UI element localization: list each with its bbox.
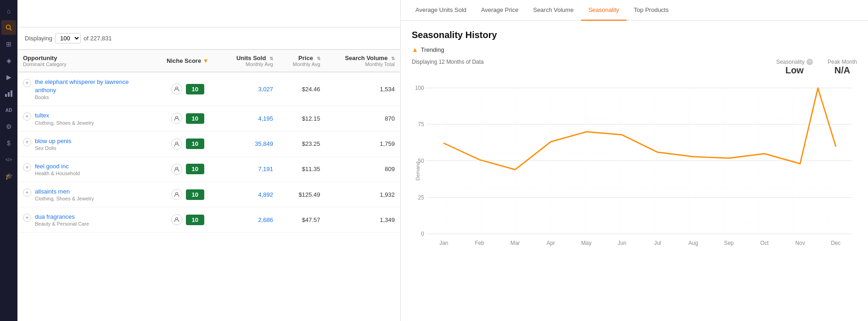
table-row: + tultex Clothing, Shoes & Jewelry [17, 106, 400, 131]
units-sold-cell: 2,686 [220, 207, 279, 232]
code-icon[interactable]: </> [1, 152, 16, 167]
expand-button[interactable]: + [23, 188, 31, 197]
expand-button[interactable]: + [23, 163, 31, 172]
opportunity-cell: + allsaints men Clothing, Shoes & Jewelr… [17, 182, 155, 207]
price-cell: $23.25 [279, 131, 326, 156]
svg-text:May: May [581, 240, 591, 246]
table-row: + the elephant whisperer by lawrence ant… [17, 72, 400, 106]
product-name[interactable]: the elephant whisperer by lawrence antho… [35, 78, 150, 94]
price-header[interactable]: Price ⇅ Monthly Avg [279, 50, 326, 72]
units-sold-value: 2,686 [258, 216, 273, 223]
search-volume-cell: 870 [326, 106, 400, 131]
tab-average-units-sold[interactable]: Average Units Sold [408, 0, 474, 21]
peak-month-meta: Peak Month N/A [828, 59, 857, 76]
product-name[interactable]: allsaints men [35, 188, 94, 196]
per-page-select[interactable]: 100 50 25 [55, 33, 81, 44]
niche-score-cell: 10 [155, 156, 220, 182]
seasonality-chart: 100 75 50 25 0 Jan Feb Mar Apr M [412, 83, 857, 257]
search-volume-header[interactable]: Search Volume ⇅ Monthly Total [326, 50, 400, 72]
svg-text:Sep: Sep [724, 240, 734, 246]
results-table: Opportunity Dominant Category Niche Scor… [17, 50, 400, 232]
trending-badge: ▲ Trending [412, 46, 857, 53]
displaying-months: Displaying 12 Months of Data [412, 59, 484, 65]
competitor-icon [171, 164, 182, 175]
expand-button[interactable]: + [23, 138, 31, 146]
search-icon[interactable] [1, 20, 16, 35]
svg-text:Oct: Oct [760, 240, 769, 246]
megaphone-icon[interactable]: ▶ [1, 70, 16, 84]
demand-label: Demand [415, 161, 420, 181]
right-content: Seasonality History ▲ Trending Displayin… [401, 21, 868, 321]
seasonality-label: Seasonality ? [776, 59, 813, 65]
peak-month-value: N/A [828, 65, 857, 76]
grid-icon[interactable]: ⊞ [1, 37, 16, 51]
svg-text:Aug: Aug [689, 240, 698, 246]
price-value: $125.49 [299, 191, 320, 198]
product-name[interactable]: tultex [35, 111, 94, 120]
units-sold-cell: 4,892 [220, 182, 279, 207]
ad-icon[interactable]: AD [1, 103, 16, 117]
top-bar [17, 0, 400, 28]
price-cell: $24.46 [279, 72, 326, 106]
tab-top-products[interactable]: Top Products [627, 0, 676, 21]
product-category: Clothing, Shoes & Jewelry [35, 196, 94, 201]
total-count: of 227,831 [84, 35, 112, 42]
price-value: $24.46 [302, 86, 320, 93]
search-volume-cell: 1,349 [326, 207, 400, 232]
svg-rect-3 [8, 92, 10, 97]
search-volume-value: 1,759 [380, 140, 395, 147]
svg-text:Jul: Jul [654, 240, 661, 246]
dollar-icon[interactable]: $ [1, 136, 16, 150]
niche-badge: 10 [186, 113, 204, 124]
info-icon[interactable]: ? [806, 59, 813, 65]
product-name[interactable]: blow up penis [35, 137, 72, 145]
competitor-icon [171, 189, 182, 200]
product-name[interactable]: feel good inc [35, 162, 80, 171]
peak-month-label: Peak Month [828, 59, 857, 65]
trending-label: Trending [421, 46, 444, 53]
opportunity-cell: + dua fragrances Beauty & Personal Care [17, 207, 155, 232]
units-sold-value: 4,195 [258, 115, 273, 122]
search-volume-value: 870 [385, 115, 395, 122]
svg-text:25: 25 [418, 194, 425, 201]
svg-text:Feb: Feb [475, 240, 484, 246]
product-category: Beauty & Personal Care [35, 221, 89, 227]
svg-text:Mar: Mar [510, 240, 520, 246]
units-sold-cell: 7,191 [220, 156, 279, 182]
units-sold-cell: 35,849 [220, 131, 279, 156]
tab-search-volume[interactable]: Search Volume [526, 0, 581, 21]
table-wrapper: Opportunity Dominant Category Niche Scor… [17, 50, 400, 321]
sidebar: ⌂ ⊞ ◈ ▶ AD ⚙ $ </> 🎓 [0, 0, 17, 321]
displaying-label: Displaying [25, 35, 52, 42]
tab-seasonality[interactable]: Seasonality [581, 0, 627, 21]
expand-button[interactable]: + [23, 214, 31, 222]
niche-score-cell: 10 [155, 131, 220, 156]
svg-text:Nov: Nov [795, 240, 805, 246]
niche-badge: 10 [186, 164, 204, 174]
search-volume-cell: 1,932 [326, 182, 400, 207]
tag-icon[interactable]: ◈ [1, 53, 16, 68]
product-name[interactable]: dua fragrances [35, 213, 89, 221]
niche-score-header[interactable]: Niche Score ▼ [155, 50, 220, 72]
tabs-bar: Average Units SoldAverage PriceSearch Vo… [401, 0, 868, 21]
expand-button[interactable]: + [23, 79, 31, 87]
opportunity-cell: + tultex Clothing, Shoes & Jewelry [17, 106, 155, 131]
cap-icon[interactable]: 🎓 [1, 169, 16, 183]
units-sold-value: 35,849 [255, 140, 273, 147]
expand-button[interactable]: + [23, 112, 31, 121]
bar-chart-icon[interactable] [1, 86, 16, 101]
search-volume-value: 1,932 [380, 191, 395, 198]
tab-average-price[interactable]: Average Price [474, 0, 526, 21]
tools-icon[interactable]: ⚙ [1, 119, 16, 134]
niche-score-cell: 10 [155, 182, 220, 207]
trending-icon: ▲ [412, 46, 418, 53]
competitor-icon [171, 83, 182, 94]
table-row: + dua fragrances Beauty & Personal Care [17, 207, 400, 232]
units-sold-header[interactable]: Units Sold ⇅ Monthly Avg [220, 50, 279, 72]
competitor-icon [171, 138, 182, 149]
seasonality-meta: Seasonality ? Low [776, 59, 813, 76]
meta-right: Seasonality ? Low Peak Month N/A [776, 59, 857, 76]
units-sold-value: 7,191 [258, 166, 273, 172]
home-icon[interactable]: ⌂ [1, 4, 16, 18]
product-category: Books [35, 94, 150, 100]
